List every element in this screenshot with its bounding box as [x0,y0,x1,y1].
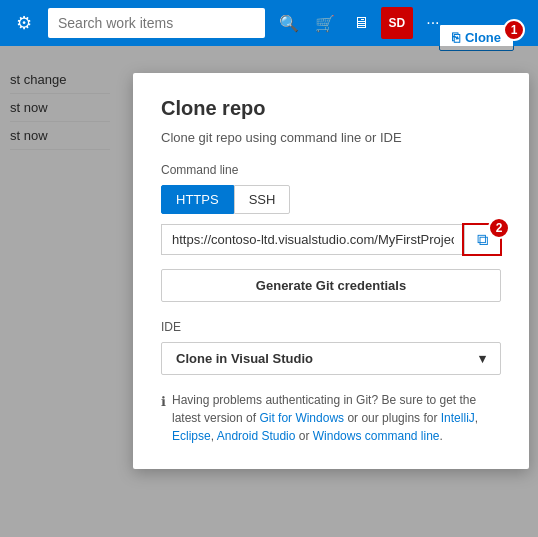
badge-1: 1 [503,19,525,41]
ide-dropdown[interactable]: Clone in Visual Studio ▾ [161,342,501,375]
copy-icon: ⧉ [477,231,488,249]
gear-icon[interactable]: ⚙ [8,7,40,39]
navbar: ⚙ 🔍 🛒 🖥 SD ··· ⎘ Clone 1 [0,0,538,46]
avatar[interactable]: SD [381,7,413,39]
clone-repo-panel: Clone repo Clone git repo using command … [133,73,529,469]
clone-button-wrapper: ⎘ Clone 1 [447,18,522,45]
badge-2: 2 [488,217,510,239]
intellij-link[interactable]: IntelliJ [441,411,475,425]
url-row: ⧉ 2 [161,224,501,255]
git-for-windows-link[interactable]: Git for Windows [259,411,344,425]
ide-option-label: Clone in Visual Studio [176,351,313,366]
panel-subtitle: Clone git repo using command line or IDE [161,130,501,145]
info-section: ℹ Having problems authenticating in Git?… [161,391,501,445]
generate-credentials-button[interactable]: Generate Git credentials [161,269,501,302]
clone-icon: ⎘ [452,30,460,45]
basket-icon-btn[interactable]: 🛒 [309,7,341,39]
info-icon: ℹ [161,392,166,445]
tab-ssh[interactable]: SSH [234,185,291,214]
copy-button[interactable]: ⧉ 2 [464,225,500,254]
android-studio-link[interactable]: Android Studio [217,429,296,443]
url-input[interactable] [162,225,464,254]
info-body: Having problems authenticating in Git? B… [172,391,501,445]
search-input[interactable] [48,8,265,38]
command-line-label: Command line [161,163,501,177]
search-icon-btn[interactable]: 🔍 [273,7,305,39]
windows-command-line-link[interactable]: Windows command line [313,429,440,443]
monitor-icon-btn[interactable]: 🖥 [345,7,377,39]
eclipse-link[interactable]: Eclipse [172,429,211,443]
navbar-icon-group: 🔍 🛒 🖥 SD ··· [273,7,449,39]
chevron-down-icon: ▾ [479,351,486,366]
protocol-tabs: HTTPS SSH [161,185,501,214]
tab-https[interactable]: HTTPS [161,185,234,214]
ide-label: IDE [161,320,501,334]
panel-title: Clone repo [161,97,501,120]
